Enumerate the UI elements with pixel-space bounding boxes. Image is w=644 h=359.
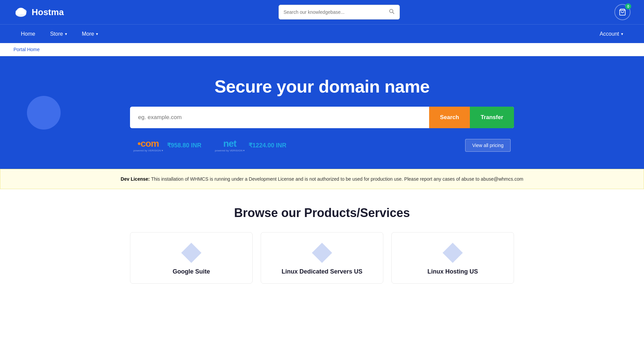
svg-line-5: [392, 12, 394, 14]
products-title: Browse our Products/Services: [13, 206, 631, 220]
product-name-linux-hosting: Linux Hosting US: [427, 268, 478, 275]
account-chevron-icon: ▾: [621, 32, 623, 36]
view-all-pricing-button[interactable]: View all pricing: [465, 139, 511, 152]
domain-price-items: •com powered by VERISIGN ▾ ₹958.80 INR n…: [133, 138, 286, 152]
nav-left: Home Store ▾ More ▾: [13, 25, 105, 43]
product-name-google-suite: Google Suite: [172, 268, 210, 275]
brand-name: Hostma: [32, 7, 64, 17]
domain-search-box: Search Transfer: [130, 107, 514, 128]
hero-decoration-circle: [27, 96, 61, 130]
dev-license-banner: Dev License: This installation of WHMCS …: [0, 169, 644, 189]
store-chevron-icon: ▾: [65, 32, 67, 36]
top-header: Hostma 0: [0, 0, 644, 24]
knowledgebase-search-input[interactable]: [279, 9, 384, 15]
domain-ext-net: net: [223, 138, 236, 149]
nav-home[interactable]: Home: [13, 25, 43, 43]
dev-license-message: This installation of WHMCS is running un…: [151, 176, 523, 182]
svg-point-4: [389, 9, 393, 13]
product-icon-google-suite: [181, 243, 201, 263]
domain-search-input[interactable]: [130, 114, 429, 121]
domain-search-button[interactable]: Search: [429, 107, 470, 128]
breadcrumb-portal-home[interactable]: Portal Home: [13, 47, 40, 52]
more-chevron-icon: ▾: [96, 32, 98, 36]
nav-more[interactable]: More ▾: [74, 25, 105, 43]
product-card-google-suite[interactable]: Google Suite: [130, 232, 253, 284]
hero-title: Secure your domain name: [13, 76, 631, 97]
logo[interactable]: Hostma: [13, 5, 64, 20]
domain-price-net: net powered by VERISIGN ▾ ₹1224.00 INR: [215, 138, 286, 152]
domain-brand-com: powered by VERISIGN ▾: [133, 149, 163, 152]
svg-point-3: [17, 8, 25, 14]
product-icon-linux-hosting: [443, 243, 463, 263]
dev-license-label: Dev License:: [121, 176, 150, 182]
domain-price-com-value: ₹958.80 INR: [167, 142, 201, 149]
domain-prices-row: •com powered by VERISIGN ▾ ₹958.80 INR n…: [130, 138, 514, 152]
hero-section: Secure your domain name Search Transfer …: [0, 56, 644, 169]
domain-price-net-value: ₹1224.00 INR: [249, 142, 286, 149]
nav-bar: Home Store ▾ More ▾ Account ▾: [0, 24, 644, 43]
product-card-linux-hosting[interactable]: Linux Hosting US: [391, 232, 514, 284]
products-section: Browse our Products/Services Google Suit…: [0, 189, 644, 300]
knowledgebase-search-button[interactable]: [384, 8, 399, 16]
cart-icon: [619, 8, 626, 16]
product-icon-linux-dedicated: [312, 243, 332, 263]
logo-icon: [13, 5, 28, 20]
knowledgebase-search-bar: [279, 5, 400, 20]
domain-brand-net: powered by VERISIGN ▾: [215, 149, 245, 152]
domain-ext-com: •com: [137, 138, 159, 149]
breadcrumb-bar: Portal Home: [0, 43, 644, 56]
nav-right: Account ▾: [592, 25, 631, 43]
product-name-linux-dedicated: Linux Dedicated Servers US: [282, 268, 362, 275]
cart-count-badge: 0: [625, 3, 631, 9]
cart-button[interactable]: 0: [614, 4, 631, 20]
nav-account[interactable]: Account ▾: [592, 25, 631, 43]
domain-price-com: •com powered by VERISIGN ▾ ₹958.80 INR: [133, 138, 201, 152]
products-grid: Google Suite Linux Dedicated Servers US …: [130, 232, 514, 284]
domain-transfer-button[interactable]: Transfer: [470, 107, 514, 128]
nav-store[interactable]: Store ▾: [43, 25, 74, 43]
product-card-linux-dedicated[interactable]: Linux Dedicated Servers US: [261, 232, 383, 284]
search-icon: [389, 8, 395, 14]
